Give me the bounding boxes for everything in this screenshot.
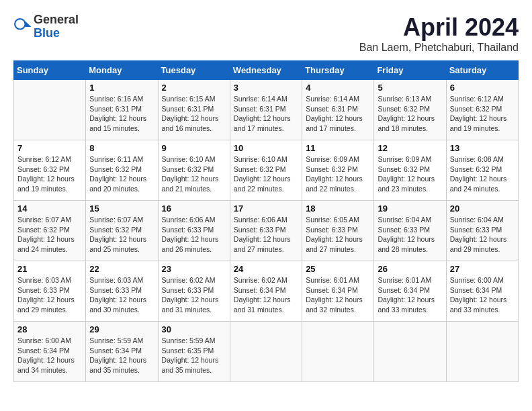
day-info: Sunrise: 6:12 AMSunset: 6:32 PMDaylight:… <box>17 154 82 194</box>
day-info: Sunrise: 6:03 AMSunset: 6:33 PMDaylight:… <box>17 275 82 315</box>
logo-text: General Blue <box>34 13 79 40</box>
calendar-cell: 6Sunrise: 6:12 AMSunset: 6:32 PMDaylight… <box>446 80 518 140</box>
calendar-cell: 23Sunrise: 6:02 AMSunset: 6:33 PMDayligh… <box>158 261 230 322</box>
day-number: 22 <box>89 264 154 274</box>
day-number: 16 <box>162 203 226 214</box>
day-info: Sunrise: 5:59 AMSunset: 6:35 PMDaylight:… <box>162 336 226 375</box>
calendar-cell <box>230 322 302 382</box>
day-info: Sunrise: 6:02 AMSunset: 6:34 PMDaylight:… <box>234 275 298 315</box>
calendar-cell: 13Sunrise: 6:08 AMSunset: 6:32 PMDayligh… <box>446 140 518 201</box>
day-number: 23 <box>162 264 226 274</box>
calendar-cell: 22Sunrise: 6:03 AMSunset: 6:33 PMDayligh… <box>86 261 158 322</box>
calendar-cell: 1Sunrise: 6:16 AMSunset: 6:31 PMDaylight… <box>86 80 158 140</box>
calendar-cell: 5Sunrise: 6:13 AMSunset: 6:32 PMDaylight… <box>374 80 446 140</box>
day-info: Sunrise: 6:08 AMSunset: 6:32 PMDaylight:… <box>450 154 515 194</box>
calendar-cell: 24Sunrise: 6:02 AMSunset: 6:34 PMDayligh… <box>230 261 302 322</box>
title-section: April 2024 Ban Laem, Phetchaburi, Thaila… <box>359 13 519 54</box>
day-info: Sunrise: 6:12 AMSunset: 6:32 PMDaylight:… <box>450 94 515 134</box>
day-number: 25 <box>306 264 370 274</box>
weekday-header-friday: Friday <box>374 61 446 80</box>
day-info: Sunrise: 5:59 AMSunset: 6:34 PMDaylight:… <box>89 336 154 375</box>
calendar-cell: 3Sunrise: 6:14 AMSunset: 6:31 PMDaylight… <box>230 80 302 140</box>
day-info: Sunrise: 6:01 AMSunset: 6:34 PMDaylight:… <box>378 275 442 315</box>
day-info: Sunrise: 6:10 AMSunset: 6:32 PMDaylight:… <box>162 154 226 194</box>
day-info: Sunrise: 6:13 AMSunset: 6:32 PMDaylight:… <box>378 94 442 134</box>
day-info: Sunrise: 6:10 AMSunset: 6:32 PMDaylight:… <box>234 154 298 194</box>
day-number: 18 <box>306 203 370 214</box>
calendar-week-row: 7Sunrise: 6:12 AMSunset: 6:32 PMDaylight… <box>14 140 519 201</box>
day-number: 4 <box>306 83 370 93</box>
calendar-cell: 16Sunrise: 6:06 AMSunset: 6:33 PMDayligh… <box>158 201 230 261</box>
calendar-cell: 28Sunrise: 6:00 AMSunset: 6:34 PMDayligh… <box>14 322 86 382</box>
day-info: Sunrise: 6:06 AMSunset: 6:33 PMDaylight:… <box>234 215 298 255</box>
day-info: Sunrise: 6:07 AMSunset: 6:32 PMDaylight:… <box>89 215 154 255</box>
day-number: 29 <box>89 324 154 334</box>
day-info: Sunrise: 6:04 AMSunset: 6:33 PMDaylight:… <box>378 215 442 255</box>
day-number: 19 <box>378 203 442 214</box>
day-number: 9 <box>162 143 226 153</box>
calendar-cell: 26Sunrise: 6:01 AMSunset: 6:34 PMDayligh… <box>374 261 446 322</box>
calendar-cell <box>14 80 86 140</box>
location-text: Ban Laem, Phetchaburi, Thailand <box>359 42 519 54</box>
day-info: Sunrise: 6:00 AMSunset: 6:34 PMDaylight:… <box>450 275 515 315</box>
calendar-cell <box>374 322 446 382</box>
calendar-cell: 8Sunrise: 6:11 AMSunset: 6:32 PMDaylight… <box>86 140 158 201</box>
calendar-cell: 10Sunrise: 6:10 AMSunset: 6:32 PMDayligh… <box>230 140 302 201</box>
day-info: Sunrise: 6:00 AMSunset: 6:34 PMDaylight:… <box>17 336 82 375</box>
day-number: 1 <box>89 83 154 93</box>
logo-icon <box>13 17 32 36</box>
calendar-cell: 20Sunrise: 6:04 AMSunset: 6:33 PMDayligh… <box>446 201 518 261</box>
month-title: April 2024 <box>359 13 519 42</box>
day-number: 27 <box>450 264 515 274</box>
weekday-header-saturday: Saturday <box>446 61 518 80</box>
calendar-week-row: 14Sunrise: 6:07 AMSunset: 6:32 PMDayligh… <box>14 201 519 261</box>
weekday-header-monday: Monday <box>86 61 158 80</box>
calendar-table: SundayMondayTuesdayWednesdayThursdayFrid… <box>13 60 519 382</box>
day-number: 6 <box>450 83 515 93</box>
day-number: 7 <box>17 143 82 153</box>
weekday-header-tuesday: Tuesday <box>158 61 230 80</box>
day-number: 26 <box>378 264 442 274</box>
weekday-header-sunday: Sunday <box>14 61 86 80</box>
day-number: 24 <box>234 264 298 274</box>
day-number: 11 <box>306 143 370 153</box>
calendar-week-row: 28Sunrise: 6:00 AMSunset: 6:34 PMDayligh… <box>14 322 519 382</box>
day-info: Sunrise: 6:15 AMSunset: 6:31 PMDaylight:… <box>162 94 226 134</box>
calendar-cell: 27Sunrise: 6:00 AMSunset: 6:34 PMDayligh… <box>446 261 518 322</box>
day-info: Sunrise: 6:09 AMSunset: 6:32 PMDaylight:… <box>378 154 442 194</box>
calendar-cell: 18Sunrise: 6:05 AMSunset: 6:33 PMDayligh… <box>302 201 374 261</box>
weekday-header-wednesday: Wednesday <box>230 61 302 80</box>
calendar-week-row: 1Sunrise: 6:16 AMSunset: 6:31 PMDaylight… <box>14 80 519 140</box>
calendar-cell: 12Sunrise: 6:09 AMSunset: 6:32 PMDayligh… <box>374 140 446 201</box>
calendar-cell: 30Sunrise: 5:59 AMSunset: 6:35 PMDayligh… <box>158 322 230 382</box>
day-number: 2 <box>162 83 226 93</box>
calendar-cell: 15Sunrise: 6:07 AMSunset: 6:32 PMDayligh… <box>86 201 158 261</box>
day-info: Sunrise: 6:02 AMSunset: 6:33 PMDaylight:… <box>162 275 226 315</box>
calendar-cell <box>446 322 518 382</box>
day-info: Sunrise: 6:16 AMSunset: 6:31 PMDaylight:… <box>89 94 154 134</box>
weekday-header-thursday: Thursday <box>302 61 374 80</box>
day-info: Sunrise: 6:06 AMSunset: 6:33 PMDaylight:… <box>162 215 226 255</box>
weekday-header-row: SundayMondayTuesdayWednesdayThursdayFrid… <box>14 61 519 80</box>
day-number: 15 <box>89 203 154 214</box>
day-info: Sunrise: 6:14 AMSunset: 6:31 PMDaylight:… <box>234 94 298 134</box>
svg-point-0 <box>15 19 25 29</box>
calendar-cell: 25Sunrise: 6:01 AMSunset: 6:34 PMDayligh… <box>302 261 374 322</box>
calendar-cell: 4Sunrise: 6:14 AMSunset: 6:31 PMDaylight… <box>302 80 374 140</box>
day-number: 20 <box>450 203 515 214</box>
calendar-cell: 11Sunrise: 6:09 AMSunset: 6:32 PMDayligh… <box>302 140 374 201</box>
calendar-cell: 2Sunrise: 6:15 AMSunset: 6:31 PMDaylight… <box>158 80 230 140</box>
calendar-cell: 29Sunrise: 5:59 AMSunset: 6:34 PMDayligh… <box>86 322 158 382</box>
logo-general-text: General <box>34 13 79 26</box>
day-info: Sunrise: 6:04 AMSunset: 6:33 PMDaylight:… <box>450 215 515 255</box>
day-number: 5 <box>378 83 442 93</box>
calendar-cell: 19Sunrise: 6:04 AMSunset: 6:33 PMDayligh… <box>374 201 446 261</box>
day-number: 8 <box>89 143 154 153</box>
day-number: 10 <box>234 143 298 153</box>
calendar-cell: 9Sunrise: 6:10 AMSunset: 6:32 PMDaylight… <box>158 140 230 201</box>
day-number: 28 <box>17 324 82 334</box>
day-info: Sunrise: 6:07 AMSunset: 6:32 PMDaylight:… <box>17 215 82 255</box>
calendar-cell: 21Sunrise: 6:03 AMSunset: 6:33 PMDayligh… <box>14 261 86 322</box>
day-info: Sunrise: 6:05 AMSunset: 6:33 PMDaylight:… <box>306 215 370 255</box>
day-number: 30 <box>162 324 226 334</box>
